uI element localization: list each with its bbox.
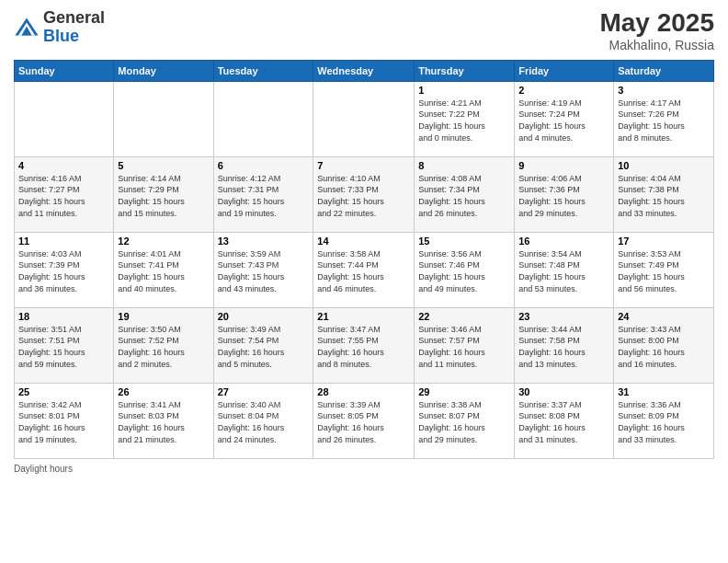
day-info: Sunrise: 3:54 AM Sunset: 7:48 PM Dayligh… — [518, 248, 609, 294]
calendar-week-5: 25Sunrise: 3:42 AM Sunset: 8:01 PM Dayli… — [15, 383, 714, 458]
day-number: 1 — [418, 85, 510, 96]
day-number: 15 — [418, 236, 510, 247]
day-info: Sunrise: 3:39 AM Sunset: 8:05 PM Dayligh… — [317, 399, 410, 445]
col-header-friday: Friday — [515, 60, 614, 81]
location: Makhalino, Russia — [599, 38, 714, 52]
col-header-monday: Monday — [114, 60, 213, 81]
calendar-cell: 27Sunrise: 3:40 AM Sunset: 8:04 PM Dayli… — [213, 383, 313, 458]
calendar-cell: 25Sunrise: 3:42 AM Sunset: 8:01 PM Dayli… — [15, 383, 114, 458]
calendar-cell: 22Sunrise: 3:46 AM Sunset: 7:57 PM Dayli… — [415, 307, 515, 383]
calendar-week-2: 4Sunrise: 4:16 AM Sunset: 7:27 PM Daylig… — [15, 156, 714, 232]
day-info: Sunrise: 4:16 AM Sunset: 7:27 PM Dayligh… — [18, 173, 109, 219]
calendar-week-3: 11Sunrise: 4:03 AM Sunset: 7:39 PM Dayli… — [15, 232, 714, 307]
day-info: Sunrise: 4:10 AM Sunset: 7:33 PM Dayligh… — [317, 173, 410, 219]
calendar-cell: 15Sunrise: 3:56 AM Sunset: 7:46 PM Dayli… — [415, 232, 515, 307]
day-info: Sunrise: 3:36 AM Sunset: 8:09 PM Dayligh… — [618, 399, 710, 445]
logo-icon — [14, 15, 40, 40]
day-info: Sunrise: 4:04 AM Sunset: 7:38 PM Dayligh… — [618, 173, 710, 219]
day-info: Sunrise: 3:49 AM Sunset: 7:54 PM Dayligh… — [218, 324, 310, 370]
day-number: 31 — [618, 386, 710, 397]
calendar-cell: 6Sunrise: 4:12 AM Sunset: 7:31 PM Daylig… — [213, 156, 313, 232]
day-info: Sunrise: 3:37 AM Sunset: 8:08 PM Dayligh… — [518, 399, 609, 445]
day-info: Sunrise: 4:14 AM Sunset: 7:29 PM Dayligh… — [118, 173, 209, 219]
calendar-cell: 8Sunrise: 4:08 AM Sunset: 7:34 PM Daylig… — [415, 156, 515, 232]
day-info: Sunrise: 3:58 AM Sunset: 7:44 PM Dayligh… — [317, 248, 410, 294]
col-header-saturday: Saturday — [614, 60, 714, 81]
month-year: May 2025 — [599, 9, 714, 38]
day-number: 27 — [218, 386, 310, 397]
day-number: 23 — [518, 311, 609, 322]
calendar-cell — [15, 81, 114, 156]
calendar-cell: 19Sunrise: 3:50 AM Sunset: 7:52 PM Dayli… — [114, 307, 213, 383]
calendar-cell: 10Sunrise: 4:04 AM Sunset: 7:38 PM Dayli… — [614, 156, 714, 232]
calendar-cell: 7Sunrise: 4:10 AM Sunset: 7:33 PM Daylig… — [313, 156, 415, 232]
day-number: 4 — [18, 160, 109, 171]
day-info: Sunrise: 3:43 AM Sunset: 8:00 PM Dayligh… — [618, 324, 710, 370]
day-info: Sunrise: 4:03 AM Sunset: 7:39 PM Dayligh… — [18, 248, 109, 294]
day-info: Sunrise: 4:08 AM Sunset: 7:34 PM Dayligh… — [418, 173, 510, 219]
logo-blue: Blue — [43, 28, 105, 46]
day-info: Sunrise: 4:12 AM Sunset: 7:31 PM Dayligh… — [218, 173, 310, 219]
day-number: 10 — [618, 160, 710, 171]
day-info: Sunrise: 3:50 AM Sunset: 7:52 PM Dayligh… — [118, 324, 209, 370]
day-info: Sunrise: 3:53 AM Sunset: 7:49 PM Dayligh… — [618, 248, 710, 294]
day-number: 14 — [317, 236, 410, 247]
calendar-cell: 2Sunrise: 4:19 AM Sunset: 7:24 PM Daylig… — [515, 81, 614, 156]
day-number: 20 — [218, 311, 310, 322]
day-number: 16 — [518, 236, 609, 247]
calendar-cell: 1Sunrise: 4:21 AM Sunset: 7:22 PM Daylig… — [415, 81, 515, 156]
calendar-cell: 12Sunrise: 4:01 AM Sunset: 7:41 PM Dayli… — [114, 232, 213, 307]
day-info: Sunrise: 3:59 AM Sunset: 7:43 PM Dayligh… — [218, 248, 310, 294]
footer: Daylight hours — [14, 464, 714, 474]
day-number: 30 — [518, 386, 609, 397]
day-info: Sunrise: 3:47 AM Sunset: 7:55 PM Dayligh… — [317, 324, 410, 370]
page: General Blue May 2025 Makhalino, Russia … — [0, 0, 728, 563]
calendar-week-1: 1Sunrise: 4:21 AM Sunset: 7:22 PM Daylig… — [15, 81, 714, 156]
day-info: Sunrise: 4:17 AM Sunset: 7:26 PM Dayligh… — [618, 98, 710, 144]
day-number: 24 — [618, 311, 710, 322]
day-info: Sunrise: 3:41 AM Sunset: 8:03 PM Dayligh… — [118, 399, 209, 445]
logo: General Blue — [14, 9, 105, 46]
day-number: 21 — [317, 311, 410, 322]
day-number: 18 — [18, 311, 109, 322]
day-info: Sunrise: 3:56 AM Sunset: 7:46 PM Dayligh… — [418, 248, 510, 294]
col-header-thursday: Thursday — [415, 60, 515, 81]
calendar-cell — [313, 81, 415, 156]
calendar: SundayMondayTuesdayWednesdayThursdayFrid… — [14, 60, 714, 459]
logo-text: General Blue — [43, 9, 105, 46]
day-info: Sunrise: 3:46 AM Sunset: 7:57 PM Dayligh… — [418, 324, 510, 370]
calendar-cell: 24Sunrise: 3:43 AM Sunset: 8:00 PM Dayli… — [614, 307, 714, 383]
day-info: Sunrise: 3:51 AM Sunset: 7:51 PM Dayligh… — [18, 324, 109, 370]
calendar-cell: 23Sunrise: 3:44 AM Sunset: 7:58 PM Dayli… — [515, 307, 614, 383]
day-number: 12 — [118, 236, 209, 247]
day-number: 11 — [18, 236, 109, 247]
calendar-cell — [213, 81, 313, 156]
day-number: 8 — [418, 160, 510, 171]
col-header-tuesday: Tuesday — [213, 60, 313, 81]
day-number: 7 — [317, 160, 410, 171]
calendar-cell: 18Sunrise: 3:51 AM Sunset: 7:51 PM Dayli… — [15, 307, 114, 383]
day-info: Sunrise: 4:06 AM Sunset: 7:36 PM Dayligh… — [518, 173, 609, 219]
day-number: 3 — [618, 85, 710, 96]
calendar-cell: 9Sunrise: 4:06 AM Sunset: 7:36 PM Daylig… — [515, 156, 614, 232]
calendar-cell — [114, 81, 213, 156]
day-info: Sunrise: 3:40 AM Sunset: 8:04 PM Dayligh… — [218, 399, 310, 445]
calendar-cell: 26Sunrise: 3:41 AM Sunset: 8:03 PM Dayli… — [114, 383, 213, 458]
calendar-cell: 31Sunrise: 3:36 AM Sunset: 8:09 PM Dayli… — [614, 383, 714, 458]
day-number: 9 — [518, 160, 609, 171]
day-info: Sunrise: 4:01 AM Sunset: 7:41 PM Dayligh… — [118, 248, 209, 294]
col-header-wednesday: Wednesday — [313, 60, 415, 81]
calendar-cell: 20Sunrise: 3:49 AM Sunset: 7:54 PM Dayli… — [213, 307, 313, 383]
day-number: 5 — [118, 160, 209, 171]
day-info: Sunrise: 4:21 AM Sunset: 7:22 PM Dayligh… — [418, 98, 510, 144]
day-info: Sunrise: 4:19 AM Sunset: 7:24 PM Dayligh… — [518, 98, 609, 144]
day-number: 25 — [18, 386, 109, 397]
logo-general: General — [43, 9, 105, 28]
col-header-sunday: Sunday — [15, 60, 114, 81]
calendar-header-row: SundayMondayTuesdayWednesdayThursdayFrid… — [15, 60, 714, 81]
day-number: 29 — [418, 386, 510, 397]
calendar-cell: 13Sunrise: 3:59 AM Sunset: 7:43 PM Dayli… — [213, 232, 313, 307]
calendar-cell: 3Sunrise: 4:17 AM Sunset: 7:26 PM Daylig… — [614, 81, 714, 156]
calendar-cell: 29Sunrise: 3:38 AM Sunset: 8:07 PM Dayli… — [415, 383, 515, 458]
calendar-cell: 21Sunrise: 3:47 AM Sunset: 7:55 PM Dayli… — [313, 307, 415, 383]
